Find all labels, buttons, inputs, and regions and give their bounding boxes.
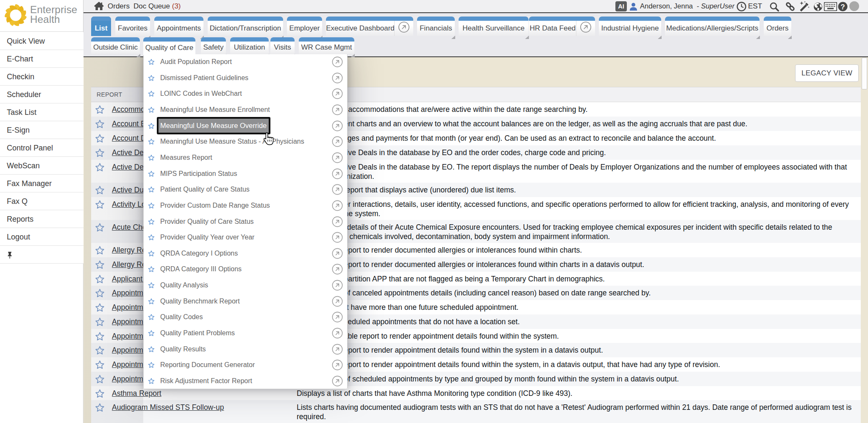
svg-text:?: ? [840, 3, 845, 11]
